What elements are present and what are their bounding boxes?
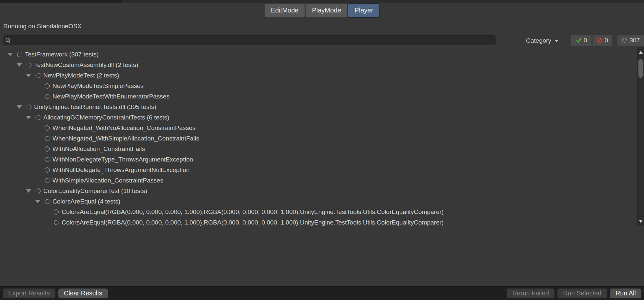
test-status-circle-icon: [35, 188, 41, 194]
triangle-down-icon: [26, 189, 31, 193]
scroll-down-icon[interactable]: [639, 220, 643, 223]
test-mode-tabbar: EditMode PlayMode Player: [0, 3, 644, 18]
test-name-label: WhenNegated_WithNoAllocation_ConstraintP…: [52, 124, 195, 132]
test-name-label: WithNullDelegate_ThrowsArgumentNullExcep…: [52, 166, 190, 174]
tree-row[interactable]: UnityEngine.TestRunner.Tests.dll (305 te…: [0, 102, 637, 112]
tree-row[interactable]: TestNewCustomAssembly.dll (2 tests): [0, 60, 637, 70]
category-dropdown[interactable]: Category: [526, 34, 558, 47]
docked-tab-partial[interactable]: [0, 0, 122, 3]
scroll-up-icon[interactable]: [639, 51, 643, 54]
foldout-spacer: [34, 165, 45, 175]
rerun-failed-button[interactable]: Rerun Failed: [507, 289, 554, 298]
test-status-circle-icon: [35, 115, 41, 120]
test-status-circle-icon: [45, 199, 50, 204]
foldout-toggle[interactable]: [16, 102, 26, 112]
tree-row[interactable]: ColorsAreEqual(RGBA(0.000, 0.000, 0.000,…: [0, 207, 637, 217]
triangle-down-icon: [26, 116, 31, 119]
red-slash-circle-icon: [597, 37, 603, 43]
foldout-spacer: [34, 144, 45, 154]
passed-count-button[interactable]: 0: [571, 35, 592, 46]
triangle-down-icon: [17, 105, 22, 109]
test-status-circle-icon: [35, 73, 41, 78]
test-status-circle-icon: [45, 157, 50, 162]
tree-row[interactable]: TestFramework (307 tests): [0, 49, 637, 60]
test-status-circle-icon: [45, 167, 50, 173]
tree-row[interactable]: ColorsAreEqual(RGBA(0.000, 0.000, 0.000,…: [0, 217, 637, 226]
status-row: Running on StandaloneOSX: [0, 18, 644, 34]
tree-row[interactable]: WithNoAllocation_ConstraintFails: [0, 144, 637, 154]
triangle-down-icon: [26, 74, 31, 77]
clear-results-button[interactable]: Clear Results: [58, 289, 108, 298]
test-status-circle-icon: [17, 52, 22, 57]
search-icon: [6, 38, 10, 42]
foldout-toggle[interactable]: [25, 70, 35, 81]
notrun-count: 307: [630, 37, 640, 44]
test-status-circle-icon: [45, 94, 50, 99]
tab-editmode[interactable]: EditMode: [265, 4, 305, 17]
chevron-down-icon: [554, 40, 558, 42]
gray-circle-icon: [622, 37, 628, 43]
test-name-label: ColorEqualityComparerTest (10 tests): [43, 187, 147, 195]
test-name-label: UnityEngine.TestRunner.Tests.dll (305 te…: [34, 103, 156, 111]
tree-row[interactable]: ColorEqualityComparerTest (10 tests): [0, 186, 637, 196]
tree-row[interactable]: AllocatingGCMemoryConstraintTests (6 tes…: [0, 112, 637, 123]
tree-row[interactable]: WithNullDelegate_ThrowsArgumentNullExcep…: [0, 165, 637, 175]
filter-toolbar: Category 0 0 307: [0, 34, 644, 47]
running-platform-label: Running on StandaloneOSX: [3, 23, 82, 30]
test-name-label: NewPlayModeTestWithEnumeratorPasses: [52, 93, 170, 100]
test-name-label: ColorsAreEqual(RGBA(0.000, 0.000, 0.000,…: [62, 208, 444, 216]
test-status-circle-icon: [54, 220, 59, 225]
test-name-label: ColorsAreEqual(RGBA(0.000, 0.000, 0.000,…: [62, 219, 444, 226]
tree-row[interactable]: WhenNegated_WithSimpleAllocation_Constra…: [0, 133, 637, 144]
footer-bar: Export Results Clear Results Rerun Faile…: [0, 286, 644, 300]
test-detail-panel: [0, 226, 644, 286]
tab-playmode[interactable]: PlayMode: [306, 4, 347, 17]
notrun-count-button[interactable]: 307: [617, 35, 644, 46]
foldout-spacer: [34, 123, 45, 133]
foldout-spacer: [43, 217, 54, 226]
test-status-circle-icon: [45, 146, 50, 152]
search-input[interactable]: [3, 35, 496, 45]
foldout-toggle[interactable]: [25, 112, 35, 123]
failed-count: 0: [605, 37, 608, 44]
run-all-button[interactable]: Run All: [610, 289, 641, 298]
test-name-label: WithSimpleAllocation_ConstraintPasses: [52, 177, 163, 184]
category-label: Category: [526, 37, 551, 44]
foldout-toggle[interactable]: [7, 49, 17, 60]
test-status-circle-icon: [45, 83, 50, 89]
footer-right-group: Rerun Failed Run Selected Run All: [507, 289, 641, 298]
tab-player[interactable]: Player: [348, 4, 379, 17]
tree-row[interactable]: WhenNegated_WithNoAllocation_ConstraintP…: [0, 123, 637, 133]
test-name-label: NewPlayModeTest (2 tests): [43, 72, 119, 79]
foldout-spacer: [34, 91, 45, 102]
test-status-circle-icon: [54, 209, 59, 215]
tree-row[interactable]: NewPlayModeTest (2 tests): [0, 70, 637, 81]
scrollbar-thumb[interactable]: [638, 59, 643, 78]
test-name-label: TestNewCustomAssembly.dll (2 tests): [34, 61, 138, 69]
test-name-label: WhenNegated_WithSimpleAllocation_Constra…: [52, 135, 199, 142]
test-name-label: AllocatingGCMemoryConstraintTests (6 tes…: [43, 114, 169, 121]
test-status-circle-icon: [26, 104, 31, 110]
tree-row[interactable]: ColorsAreEqual (4 tests): [0, 196, 637, 207]
foldout-spacer: [34, 175, 45, 186]
export-results-button[interactable]: Export Results: [3, 289, 55, 298]
foldout-spacer: [43, 207, 54, 217]
test-name-label: TestFramework (307 tests): [25, 51, 99, 58]
tree-row[interactable]: NewPlayModeTestWithEnumeratorPasses: [0, 91, 637, 102]
foldout-toggle[interactable]: [25, 186, 35, 196]
foldout-spacer: [34, 154, 45, 165]
run-selected-button[interactable]: Run Selected: [557, 289, 607, 298]
tree-row[interactable]: WithNonDelegateType_ThrowsArgumentExcept…: [0, 154, 637, 165]
tree-row[interactable]: WithSimpleAllocation_ConstraintPasses: [0, 175, 637, 186]
scrollbar-track[interactable]: [637, 47, 644, 226]
foldout-toggle[interactable]: [16, 60, 26, 70]
footer-left-group: Export Results Clear Results: [3, 289, 108, 298]
test-name-label: ColorsAreEqual (4 tests): [52, 198, 120, 205]
window-tab-strip: [0, 0, 644, 3]
test-status-circle-icon: [45, 178, 50, 183]
failed-count-button[interactable]: 0: [593, 35, 612, 46]
tree-row[interactable]: NewPlayModeTestSimplePasses: [0, 81, 637, 91]
triangle-down-icon: [8, 53, 13, 56]
test-status-circle-icon: [45, 136, 50, 141]
foldout-toggle[interactable]: [34, 196, 45, 207]
